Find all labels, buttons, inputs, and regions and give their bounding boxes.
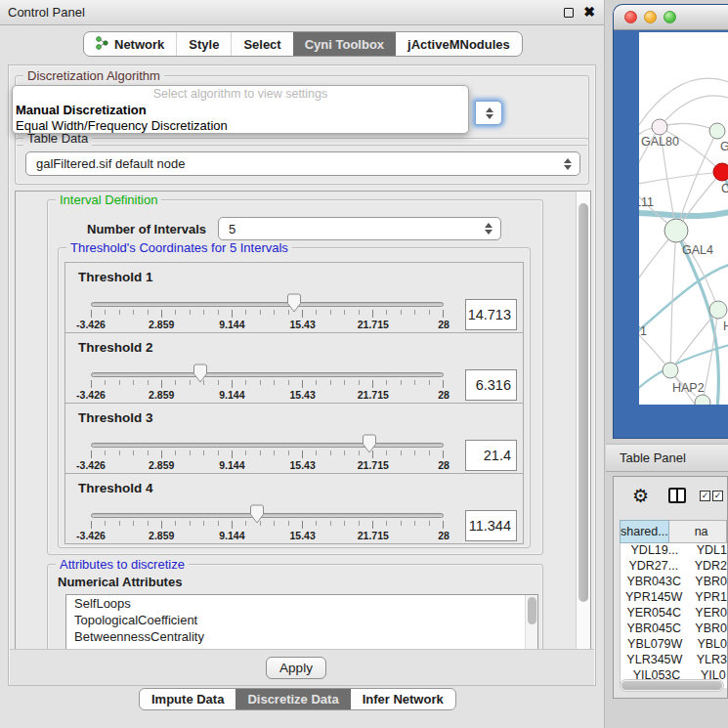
split-columns-icon[interactable]: [668, 488, 686, 503]
cell[interactable]: YBR0: [687, 575, 727, 590]
slider-tick-labels: -3.426 2.859 9.144 15.43 21.715 28: [91, 459, 444, 471]
threshold-4-panel: Threshold 4 -3.426 2.859 9.144: [64, 473, 524, 544]
table-row[interactable]: YLR345WYLR3: [621, 653, 727, 668]
dropdown-option-equal-width[interactable]: Equal Width/Frequency Discretization: [13, 118, 468, 134]
tab-style[interactable]: Style: [176, 32, 231, 56]
algorithm-dropdown-popup: Select algorithm to view settings Manual…: [12, 85, 469, 134]
dropdown-hint-item[interactable]: Select algorithm to view settings: [13, 86, 468, 103]
checkbox-icon[interactable]: ✓: [712, 491, 723, 501]
cell[interactable]: YPR145W: [621, 590, 687, 606]
cell[interactable]: YBR045C: [621, 621, 687, 637]
cell[interactable]: YDL19...: [621, 543, 689, 559]
gear-icon[interactable]: ⚙: [632, 485, 649, 507]
cell[interactable]: YBR043C: [621, 575, 687, 590]
network-canvas[interactable]: GAL80 GA C GAL11 GAL4 H GCY1 HAP2: [639, 32, 728, 405]
table-row[interactable]: YER054CYER0: [621, 606, 727, 621]
dropdown-option-manual[interactable]: Manual Discretization: [13, 103, 468, 118]
tab-discretize-data[interactable]: Discretize Data: [236, 689, 350, 709]
table-row[interactable]: YBR043CYBR0: [621, 575, 727, 590]
slider-thumb[interactable]: [193, 364, 207, 383]
table-row[interactable]: YBR045CYBR0: [621, 621, 727, 637]
combo-arrows-icon: [564, 158, 573, 170]
slider-track[interactable]: [91, 372, 444, 377]
threshold-2-label: Threshold 2: [78, 340, 153, 355]
threshold-2-value-field[interactable]: 6.316: [465, 369, 517, 401]
tick-label: 28: [438, 459, 450, 471]
control-panel: Control Panel ✖ Network Style Select Cyn…: [0, 0, 605, 728]
tick-label: 9.144: [219, 319, 244, 330]
table-row[interactable]: YBL079WYBL0: [621, 637, 727, 653]
tab-infer-network[interactable]: Infer Network: [351, 689, 455, 709]
threshold-4-value-field[interactable]: 11.344: [465, 510, 517, 541]
algorithm-combobox[interactable]: [475, 101, 502, 125]
close-icon[interactable]: ✖: [583, 4, 595, 20]
slider-thumb[interactable]: [363, 434, 377, 453]
number-of-intervals-combobox[interactable]: 5: [218, 217, 501, 240]
list-item[interactable]: BetweennessCentrality: [66, 628, 537, 645]
combo-arrows-icon: [485, 223, 493, 235]
table-row[interactable]: YDL19...YDL1: [621, 543, 727, 559]
slider-thumb[interactable]: [249, 504, 264, 524]
cell[interactable]: YBL0: [689, 637, 727, 653]
list-item[interactable]: TopologicalCoefficient: [66, 612, 537, 628]
slider-track[interactable]: [91, 443, 444, 448]
threshold-3-value-field[interactable]: 21.4: [465, 440, 517, 471]
table-row[interactable]: YDR27...YDR2: [621, 559, 727, 575]
node-hap2[interactable]: [663, 363, 678, 378]
slider-track[interactable]: [91, 302, 444, 307]
node-gal4[interactable]: [664, 219, 688, 242]
zoom-traffic-light-icon[interactable]: [664, 11, 676, 23]
threshold-4-slider[interactable]: -3.426 2.859 9.144 15.43 21.715 28: [91, 513, 444, 541]
float-window-icon[interactable]: [564, 8, 574, 18]
tab-infer-network-label: Infer Network: [363, 692, 444, 707]
cell[interactable]: YDL1: [689, 543, 727, 559]
list-scrollbar-thumb[interactable]: [528, 597, 536, 624]
table-row[interactable]: YPR145WYPR1: [621, 590, 727, 606]
cell[interactable]: YER0: [687, 606, 727, 621]
network-graph: GAL80 GA C GAL11 GAL4 H GCY1 HAP2: [639, 32, 728, 405]
tab-cyni-toolbox-label: Cyni Toolbox: [305, 37, 384, 52]
cell[interactable]: YPR1: [687, 590, 727, 606]
close-traffic-light-icon[interactable]: [624, 11, 637, 23]
table-panel: ⚙ ✓ ✓ shared... na YDL19...YDL1 YDR27...…: [613, 476, 728, 699]
threshold-3-slider[interactable]: -3.426 2.859 9.144 15.43 21.715 28: [91, 443, 444, 471]
column-header-name[interactable]: na: [669, 520, 727, 543]
cell[interactable]: YDR27...: [621, 559, 687, 575]
column-header-shared[interactable]: shared...: [620, 520, 669, 543]
threshold-1-value-field[interactable]: 14.713: [465, 299, 517, 330]
table-data-combobox[interactable]: galFiltered.sif default node: [25, 151, 580, 176]
cell[interactable]: YDR2: [687, 559, 727, 575]
node-label: GCY1: [639, 324, 647, 338]
slider-track[interactable]: [91, 513, 444, 518]
tab-jactivemnodules[interactable]: jActiveMNodules: [396, 32, 522, 56]
minimize-traffic-light-icon[interactable]: [644, 11, 657, 23]
tab-select[interactable]: Select: [231, 32, 292, 56]
tab-network[interactable]: Network: [84, 32, 176, 56]
list-item[interactable]: SelfLoops: [66, 595, 537, 612]
slider-thumb[interactable]: [287, 293, 302, 313]
threshold-2-slider[interactable]: -3.426 2.859 9.144 15.43 21.715 28: [91, 372, 444, 401]
node-h[interactable]: [709, 301, 727, 319]
cell[interactable]: YBR0: [687, 621, 727, 637]
threshold-1-slider[interactable]: -3.426 2.859 9.144 15.43 21.715 28: [91, 302, 444, 330]
cell[interactable]: YLR3: [689, 653, 727, 668]
tab-impute-data-label: Impute Data: [151, 692, 224, 707]
network-view-window[interactable]: GAL80 GA C GAL11 GAL4 H GCY1 HAP2: [614, 5, 728, 438]
node-ga[interactable]: [709, 123, 725, 139]
cell[interactable]: YBL079W: [621, 637, 689, 653]
scrollbar-thumb[interactable]: [621, 681, 722, 690]
table-horizontal-scrollbar[interactable]: [620, 679, 724, 692]
apply-button[interactable]: Apply: [266, 657, 326, 679]
cell[interactable]: YLR345W: [621, 653, 689, 668]
node-gal80[interactable]: [652, 119, 667, 135]
cell[interactable]: YER054C: [621, 606, 687, 621]
settings-scrollpane: Interval Definition Number of Intervals …: [15, 191, 591, 685]
tick-label: -3.426: [76, 389, 106, 401]
node-red[interactable]: [713, 163, 728, 181]
checkbox-icon[interactable]: ✓: [700, 491, 710, 501]
settings-vertical-scrollbar[interactable]: [576, 192, 590, 684]
tab-impute-data[interactable]: Impute Data: [140, 689, 236, 709]
threshold-2-panel: Threshold 2 -3.426 2.859 9.144: [64, 332, 524, 404]
tab-cyni-toolbox[interactable]: Cyni Toolbox: [293, 32, 396, 56]
scrollbar-thumb[interactable]: [578, 203, 588, 602]
